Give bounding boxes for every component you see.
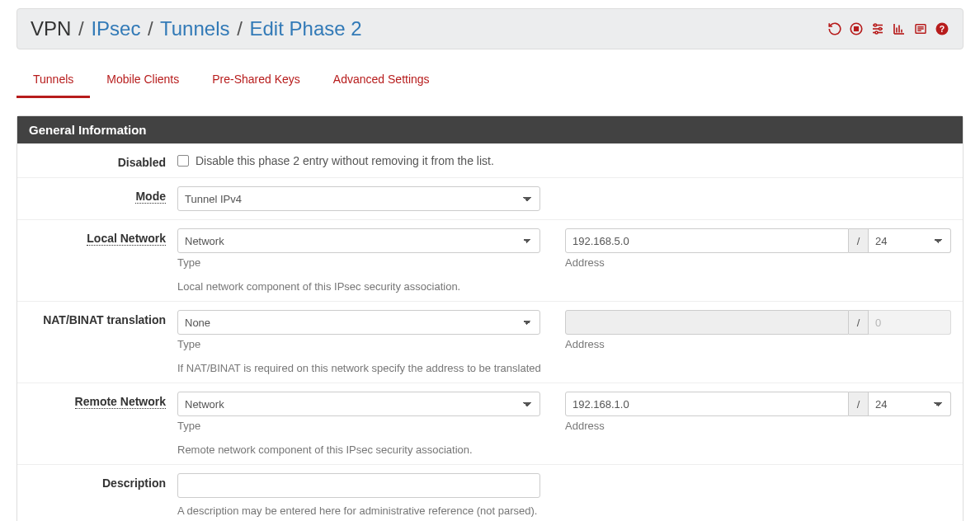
row-nat-binat: NAT/BINAT translation None Type / 0 bbox=[17, 301, 963, 383]
cidr-slash: / bbox=[849, 392, 869, 416]
remote-type-select[interactable]: Network bbox=[177, 392, 540, 416]
local-cidr-select[interactable]: 24 bbox=[869, 228, 951, 253]
nat-help-text: If NAT/BINAT is required on this network… bbox=[177, 362, 951, 374]
svg-point-7 bbox=[875, 31, 878, 34]
breadcrumb-sep: / bbox=[237, 17, 243, 40]
local-help-text: Local network component of this IPsec se… bbox=[177, 280, 951, 293]
tab-tunnels[interactable]: Tunnels bbox=[16, 64, 90, 98]
disabled-checkbox[interactable] bbox=[177, 155, 189, 167]
header-action-icons: ? bbox=[827, 21, 949, 36]
label-description: Description bbox=[102, 476, 166, 490]
label-local-network: Local Network bbox=[87, 232, 166, 246]
breadcrumb-part-vpn: VPN bbox=[31, 17, 71, 40]
svg-point-6 bbox=[879, 28, 882, 31]
breadcrumb-sep: / bbox=[78, 17, 84, 40]
panel-title: General Information bbox=[17, 116, 963, 143]
nat-address-sublabel: Address bbox=[565, 338, 951, 350]
label-nat-binat: NAT/BINAT translation bbox=[43, 313, 166, 326]
cidr-slash: / bbox=[849, 228, 869, 253]
remote-help-text: Remote network component of this IPsec s… bbox=[177, 444, 951, 456]
local-type-select[interactable]: Network bbox=[177, 228, 540, 253]
remote-address-input[interactable] bbox=[565, 392, 849, 416]
chart-icon[interactable] bbox=[892, 21, 907, 36]
tab-bar: Tunnels Mobile Clients Pre-Shared Keys A… bbox=[16, 64, 964, 99]
row-description: Description A description may be entered… bbox=[17, 464, 963, 521]
tab-advanced-settings[interactable]: Advanced Settings bbox=[317, 64, 446, 98]
remote-address-sublabel: Address bbox=[565, 420, 951, 432]
help-icon[interactable]: ? bbox=[935, 21, 949, 36]
breadcrumb: VPN / IPsec / Tunnels / Edit Phase 2 bbox=[31, 17, 362, 40]
nat-type-sublabel: Type bbox=[177, 338, 540, 350]
breadcrumb-link-ipsec[interactable]: IPsec bbox=[91, 17, 140, 40]
general-information-panel: General Information Disabled Disable thi… bbox=[16, 115, 964, 521]
description-input[interactable] bbox=[177, 473, 540, 498]
svg-text:?: ? bbox=[940, 24, 945, 34]
row-remote-network: Remote Network Network Type / 24 bbox=[17, 383, 963, 464]
local-address-input[interactable] bbox=[565, 228, 849, 253]
row-local-network: Local Network Network Type / 24 bbox=[17, 219, 963, 301]
sliders-icon[interactable] bbox=[870, 21, 885, 36]
nat-cidr-select: 0 bbox=[869, 310, 951, 335]
label-disabled: Disabled bbox=[118, 156, 166, 169]
disabled-text: Disable this phase 2 entry without remov… bbox=[196, 154, 494, 167]
log-icon[interactable] bbox=[913, 21, 928, 36]
row-mode: Mode Tunnel IPv4 bbox=[17, 177, 963, 219]
svg-point-5 bbox=[874, 24, 877, 26]
nat-type-select[interactable]: None bbox=[177, 310, 540, 335]
page-header: VPN / IPsec / Tunnels / Edit Phase 2 ? bbox=[16, 8, 964, 49]
remote-type-sublabel: Type bbox=[177, 420, 540, 432]
refresh-icon[interactable] bbox=[827, 21, 842, 36]
tab-pre-shared-keys[interactable]: Pre-Shared Keys bbox=[196, 64, 317, 98]
breadcrumb-sep: / bbox=[148, 17, 153, 40]
tab-mobile-clients[interactable]: Mobile Clients bbox=[90, 64, 196, 98]
description-help-text: A description may be entered here for ad… bbox=[177, 505, 951, 517]
nat-address-input bbox=[565, 310, 849, 335]
label-mode: Mode bbox=[135, 190, 166, 204]
cidr-slash: / bbox=[849, 310, 869, 335]
breadcrumb-link-edit-phase2[interactable]: Edit Phase 2 bbox=[250, 17, 362, 40]
mode-select[interactable]: Tunnel IPv4 bbox=[177, 186, 540, 211]
stop-icon[interactable] bbox=[849, 21, 864, 36]
row-disabled: Disabled Disable this phase 2 entry with… bbox=[17, 143, 963, 177]
local-type-sublabel: Type bbox=[177, 256, 540, 269]
breadcrumb-link-tunnels[interactable]: Tunnels bbox=[160, 17, 230, 40]
remote-cidr-select[interactable]: 24 bbox=[869, 392, 951, 416]
label-remote-network: Remote Network bbox=[75, 395, 166, 409]
local-address-sublabel: Address bbox=[565, 256, 951, 269]
svg-rect-1 bbox=[855, 27, 859, 31]
